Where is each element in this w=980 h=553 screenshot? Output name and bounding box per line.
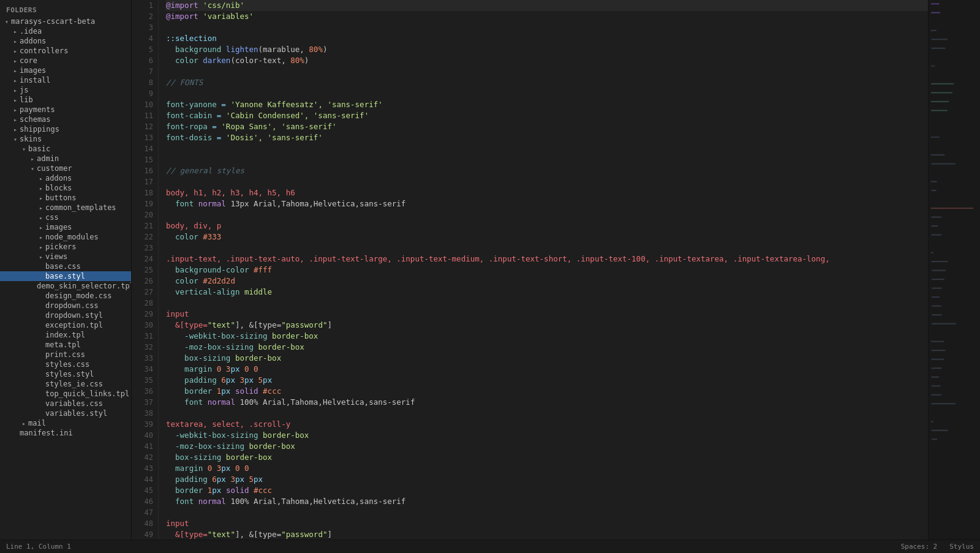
code-line-37[interactable]: font normal 100% Arial,Tahoma,Helvetica,… (166, 397, 928, 408)
tree-item-design_mode[interactable]: design_mode.css (0, 291, 131, 301)
code-line-5[interactable]: background lighten(marablue, 80%) (166, 44, 928, 55)
tree-item-c-images[interactable]: ▸images (0, 222, 131, 232)
tree-item-css[interactable]: ▸css (0, 213, 131, 222)
tree-item-mail[interactable]: ▸mail (0, 418, 131, 428)
status-bar: Line 1, Column 1 Spaces: 2 Stylus (0, 540, 980, 553)
tree-item-payments[interactable]: ▸payments (0, 105, 131, 115)
line-number-39: 39 (132, 419, 153, 430)
code-line-38[interactable] (166, 408, 928, 419)
tree-item-print-css[interactable]: print.css (0, 350, 131, 359)
code-panel[interactable]: 1234567891011121314151617181920212223242… (132, 0, 928, 540)
line-number-15: 15 (132, 154, 153, 165)
tree-item-dropdown-css[interactable]: dropdown.css (0, 301, 131, 310)
code-line-3[interactable] (166, 22, 928, 33)
code-line-22[interactable]: color #333 (166, 231, 928, 243)
code-line-23[interactable] (166, 243, 928, 254)
code-line-4[interactable]: ::selection (166, 33, 928, 44)
code-line-48[interactable]: input (166, 518, 928, 529)
code-line-20[interactable] (166, 209, 928, 220)
code-line-35[interactable]: padding 6px 3px 5px (166, 375, 928, 386)
tree-item-node_modules[interactable]: ▸node_modules (0, 232, 131, 242)
code-line-19[interactable]: font normal 13px Arial,Tahoma,Helvetica,… (166, 198, 928, 209)
code-line-31[interactable]: -webkit-box-sizing border-box (166, 331, 928, 342)
code-line-7[interactable] (166, 66, 928, 77)
tree-item-meta-tpl[interactable]: meta.tpl (0, 340, 131, 350)
tree-item-buttons[interactable]: ▸buttons (0, 193, 131, 203)
tree-item-common_templates[interactable]: ▸common_templates (0, 203, 131, 213)
tree-item-styles-ie[interactable]: styles_ie.css (0, 379, 131, 389)
code-line-27[interactable]: vertical-align middle (166, 287, 928, 298)
code-line-30[interactable]: &[type="text"], &[type="password"] (166, 320, 928, 331)
tree-item-variables-styl[interactable]: variables.styl (0, 408, 131, 418)
code-line-49[interactable]: &[type="text"], &[type="password"] (166, 529, 928, 540)
code-line-24[interactable]: .input-text, .input-text-auto, .input-te… (166, 254, 928, 265)
code-line-15[interactable] (166, 154, 928, 165)
code-line-8[interactable]: // FONTS (166, 77, 928, 88)
code-line-1[interactable]: @import 'css/nib' (166, 0, 928, 11)
code-line-46[interactable]: font normal 100% Arial,Tahoma,Helvetica,… (166, 496, 928, 507)
code-line-18[interactable]: body, h1, h2, h3, h4, h5, h6 (166, 187, 928, 198)
tree-item-shippings[interactable]: ▸shippings (0, 124, 131, 134)
tree-item-images[interactable]: ▸images (0, 66, 131, 75)
tree-item-controllers[interactable]: ▸controllers (0, 46, 131, 56)
code-line-41[interactable]: -moz-box-sizing border-box (166, 441, 928, 452)
code-line-39[interactable]: textarea, select, .scroll-y (166, 419, 928, 430)
code-line-43[interactable]: margin 0 3px 0 0 (166, 463, 928, 474)
code-line-32[interactable]: -moz-box-sizing border-box (166, 342, 928, 353)
code-line-36[interactable]: border 1px solid #ccc (166, 386, 928, 397)
tree-item-base-styl[interactable]: base.styl (0, 271, 131, 281)
code-lines[interactable]: @import 'css/nib'@import 'variables' ::s… (159, 0, 928, 540)
tree-item-blocks[interactable]: ▸blocks (0, 183, 131, 193)
code-line-11[interactable]: font-cabin = 'Cabin Condensed', 'sans-se… (166, 110, 928, 121)
code-line-17[interactable] (166, 176, 928, 187)
code-line-28[interactable] (166, 298, 928, 309)
tree-item-index-tpl[interactable]: index.tpl (0, 330, 131, 340)
tree-item-exception[interactable]: exception.tpl (0, 320, 131, 330)
code-line-42[interactable]: box-sizing border-box (166, 452, 928, 463)
tree-item-variables-css[interactable]: variables.css (0, 399, 131, 408)
tree-item-pickers[interactable]: ▸pickers (0, 242, 131, 252)
code-line-29[interactable]: input (166, 309, 928, 320)
code-line-2[interactable]: @import 'variables' (166, 11, 928, 22)
tree-item-views[interactable]: ▸views (0, 252, 131, 261)
tree-item-addons[interactable]: ▸addons (0, 36, 131, 46)
code-line-9[interactable] (166, 88, 928, 99)
tree-item-manifest[interactable]: manifest.ini (0, 428, 131, 438)
tree-item-c-addons[interactable]: ▸addons (0, 173, 131, 183)
tree-item-base-css[interactable]: base.css (0, 261, 131, 271)
tree-item-styles-css[interactable]: styles.css (0, 359, 131, 369)
tree-item-styles-styl[interactable]: styles.styl (0, 369, 131, 379)
code-line-25[interactable]: background-color #fff (166, 265, 928, 276)
code-line-40[interactable]: -webkit-box-sizing border-box (166, 430, 928, 441)
tree-item-install[interactable]: ▸install (0, 75, 131, 85)
tree-item-root[interactable]: ▾marasys-cscart-beta (0, 17, 131, 26)
tree-item-idea[interactable]: ▸.idea (0, 26, 131, 36)
code-line-44[interactable]: padding 6px 3px 5px (166, 474, 928, 485)
tree-item-customer[interactable]: ▾customer (0, 164, 131, 173)
code-line-10[interactable]: font-yanone = 'Yanone Kaffeesatz', 'sans… (166, 99, 928, 110)
line-number-7: 7 (132, 66, 153, 77)
tree-item-top-quick[interactable]: top_quick_links.tpl (0, 389, 131, 399)
tree-item-demo_skin_selector[interactable]: demo_skin_selector.tpl (0, 281, 131, 291)
tree-label: styles_ie.css (45, 380, 131, 388)
tree-item-js[interactable]: ▸js (0, 85, 131, 95)
code-line-47[interactable] (166, 507, 928, 518)
code-line-6[interactable]: color darken(color-text, 80%) (166, 55, 928, 66)
tree-item-admin[interactable]: ▸admin (0, 154, 131, 164)
code-line-12[interactable]: font-ropa = 'Ropa Sans', 'sans-serif' (166, 121, 928, 132)
tree-item-core[interactable]: ▸core (0, 56, 131, 66)
code-line-34[interactable]: margin 0 3px 0 0 (166, 364, 928, 375)
tree-item-basic[interactable]: ▾basic (0, 144, 131, 154)
tree-label: demo_skin_selector.tpl (37, 282, 132, 290)
tree-item-schemas[interactable]: ▸schemas (0, 115, 131, 124)
tree-item-lib[interactable]: ▸lib (0, 95, 131, 105)
code-line-14[interactable] (166, 143, 928, 154)
code-line-45[interactable]: border 1px solid #ccc (166, 485, 928, 496)
code-line-26[interactable]: color #2d2d2d (166, 276, 928, 287)
code-line-21[interactable]: body, div, p (166, 220, 928, 231)
tree-item-dropdown-styl[interactable]: dropdown.styl (0, 310, 131, 320)
code-line-33[interactable]: box-sizing border-box (166, 353, 928, 364)
code-line-16[interactable]: // general styles (166, 165, 928, 176)
tree-item-skins[interactable]: ▾skins (0, 134, 131, 144)
code-line-13[interactable]: font-dosis = 'Dosis', 'sans-serif' (166, 132, 928, 143)
